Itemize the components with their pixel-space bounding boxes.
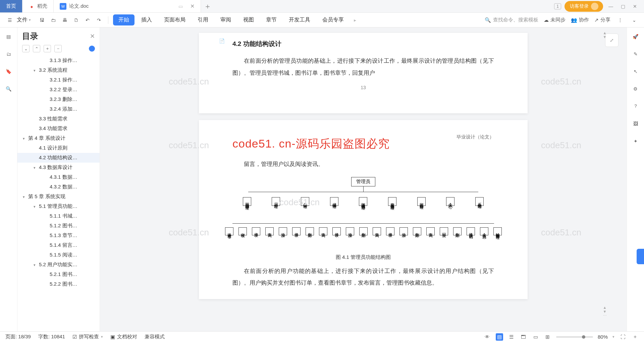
settings-icon[interactable]: ⚙ <box>631 84 640 93</box>
watermark: code51.cn <box>541 140 581 151</box>
print-icon[interactable]: 🖶 <box>60 16 69 24</box>
redo-icon[interactable]: ↷ <box>95 16 103 24</box>
minimize-button[interactable]: — <box>606 2 615 11</box>
outline-item[interactable]: 3.2.4 添加… <box>17 104 100 114</box>
grid-view-icon[interactable]: ⊞ <box>544 333 551 341</box>
save-as-icon[interactable]: 🗀 <box>49 16 58 24</box>
add-heading-icon[interactable]: ＋ <box>44 45 51 52</box>
ribbon-tab-6[interactable]: 章节 <box>261 14 282 25</box>
compat-mode[interactable]: 兼容模式 <box>145 334 165 340</box>
outline-item[interactable]: 4.1 设计原则 <box>17 143 100 153</box>
ribbon-tab-3[interactable]: 引用 <box>192 14 214 25</box>
read-view-icon[interactable]: ▭ <box>532 333 539 341</box>
web-view-icon[interactable]: 🗔 <box>520 333 527 341</box>
rocket-icon[interactable]: 🚀 <box>631 32 640 41</box>
collapse-all-icon[interactable]: ⌄ <box>22 45 30 52</box>
outline-item[interactable]: 4.3.1 数据… <box>17 172 100 182</box>
page-13: 📄 4.2 功能结构设计 在前面分析的管理员功能的基础上，进行接下来的设计工作，… <box>199 33 528 113</box>
file-menu[interactable]: 文件 ▾ <box>17 16 31 23</box>
ribbon-tab-1[interactable]: 插入 <box>136 14 157 25</box>
outline-item[interactable]: 3.2.2 登录… <box>17 85 100 95</box>
scroll-bottom-hint[interactable]: ▲▼⋯ <box>602 305 608 318</box>
outline-item[interactable]: ▾3.2 系统流程 <box>17 65 100 75</box>
maximize-button[interactable]: ▢ <box>619 2 627 11</box>
ribbon-tab-0[interactable]: 开始 <box>113 14 135 25</box>
preview-icon[interactable]: 🗋 <box>72 16 80 24</box>
outline-item[interactable]: ▾5.1 管理员功能… <box>17 202 100 211</box>
ribbon-tab-2[interactable]: 页面布局 <box>159 14 191 25</box>
spell-check[interactable]: ☑拼写检查▾ <box>72 334 103 340</box>
collab-button[interactable]: 👥协作 <box>571 17 589 23</box>
zoom-menu-icon[interactable]: ▾ <box>612 335 614 339</box>
pencil-icon[interactable]: ✎ <box>631 50 640 58</box>
side-tab[interactable] <box>637 249 644 264</box>
bookmark-icon[interactable]: 🔖 <box>4 67 13 76</box>
save-icon[interactable]: 🖫 <box>38 16 46 24</box>
word-count[interactable]: 字数: 10841 <box>38 334 65 340</box>
hamburger-icon[interactable]: ☰ <box>5 16 14 24</box>
notification-badge[interactable]: 1 <box>554 3 561 9</box>
outline-item[interactable]: 4.3.2 数据… <box>17 182 100 192</box>
scroll-top-hint[interactable]: ▲▼ <box>602 31 608 39</box>
eye-icon[interactable]: 👁 <box>484 333 491 341</box>
document-canvas[interactable]: ⤢ 📄 4.2 功能结构设计 在前面分析的管理员功能的基础上，进行接下来的设计工… <box>100 27 627 331</box>
page-indicator[interactable]: 页面: 18/39 <box>5 334 31 340</box>
zoom-value[interactable]: 80% <box>598 334 608 340</box>
outline-item[interactable]: 5.1.2 图书… <box>17 221 100 231</box>
remove-heading-icon[interactable]: － <box>54 45 62 52</box>
outline-item[interactable]: 5.1.1 书城… <box>17 211 100 221</box>
tab-document[interactable]: W 论文.doc ▭ ✕ <box>54 0 201 12</box>
outline-close-icon[interactable]: ✕ <box>90 33 95 40</box>
expand-all-icon[interactable]: ⌃ <box>33 45 40 52</box>
tab-daoke[interactable]: ⬥ 稻壳 <box>22 0 54 12</box>
ribbon-tab-4[interactable]: 审阅 <box>215 14 236 25</box>
outline-item[interactable]: 3.2.3 删除… <box>17 95 100 104</box>
zoom-slider[interactable] <box>556 336 593 338</box>
help-icon[interactable]: ？ <box>631 102 640 111</box>
find-icon[interactable]: 🔍 <box>4 84 13 93</box>
page-number: 13 <box>232 85 494 90</box>
sync-button[interactable]: ☁未同步 <box>544 17 566 23</box>
outline-item[interactable]: ▾第 5 章 系统实现 <box>17 192 100 202</box>
tab-close-icon[interactable]: ✕ <box>190 3 195 9</box>
ribbon-tab-8[interactable]: 会员专享 <box>317 14 349 25</box>
add-icon[interactable]: ＋ <box>631 333 639 341</box>
outline-item[interactable]: 5.2.2 图书… <box>17 279 100 289</box>
outline-item[interactable]: 5.1.5 阅读… <box>17 250 100 260</box>
tab-home[interactable]: 首页 <box>0 0 22 12</box>
photo-icon[interactable]: 🖼 <box>631 119 640 128</box>
sparkle-icon[interactable]: ✦ <box>631 137 640 146</box>
share-button[interactable]: ↗分享 <box>594 17 610 23</box>
outline-item[interactable]: 3.4 功能需求 <box>17 124 100 133</box>
undo-icon[interactable]: ↶ <box>83 16 92 24</box>
search-box[interactable]: 🔍 查找命令、搜索模板 <box>485 17 538 23</box>
outline-item[interactable]: 5.2.1 图书… <box>17 270 100 279</box>
outline-item[interactable]: ▾第 4 章 系统设计 <box>17 133 100 143</box>
outline-icon[interactable]: ▤ <box>4 32 13 41</box>
outline-item[interactable]: 5.1.3 章节… <box>17 231 100 240</box>
page-view-icon[interactable]: ▤ <box>496 333 503 341</box>
status-bar: 页面: 18/39 字数: 10841 ☑拼写检查▾ ▣文档校对 兼容模式 👁 … <box>0 331 644 342</box>
outline-item[interactable]: 4.2 功能结构设… <box>17 153 100 163</box>
collapse-ribbon-icon[interactable]: ⌄ <box>630 16 639 24</box>
cursor-icon[interactable]: ↖ <box>631 67 640 76</box>
ribbon-tab-7[interactable]: 开发工具 <box>283 14 316 25</box>
outline-item[interactable]: 3.1.3 操作… <box>17 56 100 65</box>
ribbon-tab-5[interactable]: 视图 <box>238 14 259 25</box>
toolbox-icon[interactable]: 🗂 <box>4 50 13 58</box>
proofread[interactable]: ▣文档校对 <box>110 334 137 340</box>
login-button[interactable]: 访客登录 <box>565 1 603 12</box>
outline-item[interactable]: ▾5.2 用户功能实… <box>17 260 100 270</box>
new-tab-button[interactable]: ＋ <box>201 0 214 12</box>
outline-item[interactable]: 3.2.1 操作… <box>17 75 100 85</box>
close-button[interactable]: ✕ <box>631 2 639 11</box>
outline-sync-icon[interactable] <box>89 46 95 52</box>
more-icon[interactable]: ⋮ <box>616 16 625 24</box>
outline-item[interactable]: ▾4.3 数据库设计 <box>17 163 100 172</box>
fullscreen-icon[interactable]: ⛶ <box>619 333 627 341</box>
outline-view-icon[interactable]: ☰ <box>508 333 515 341</box>
ribbon-more-icon[interactable]: ▸ <box>354 17 356 23</box>
tab-menu-icon[interactable]: ▭ <box>178 4 183 9</box>
outline-item[interactable]: 3.3 性能需求 <box>17 114 100 124</box>
outline-item[interactable]: 5.1.4 留言… <box>17 240 100 250</box>
